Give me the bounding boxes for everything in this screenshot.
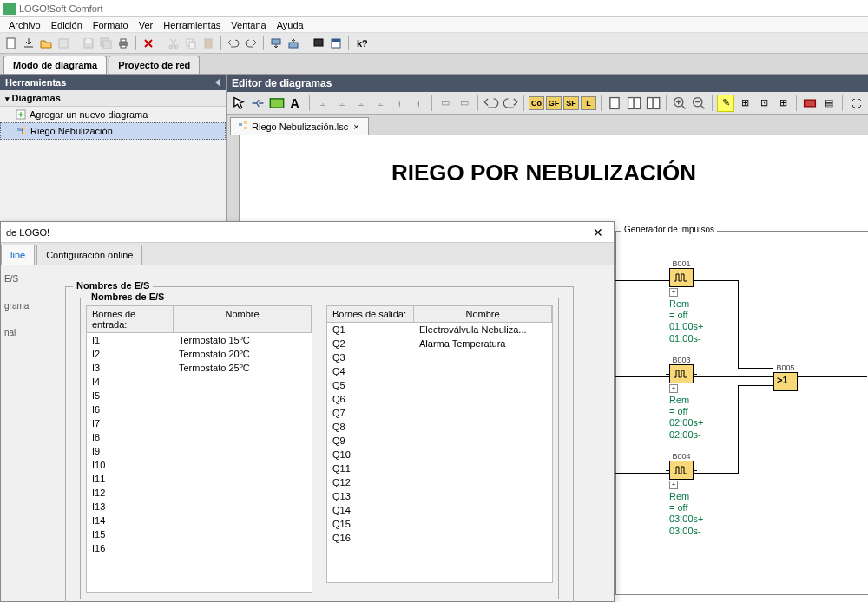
cell-name[interactable]: [174, 486, 312, 500]
table-row[interactable]: I8: [87, 430, 312, 444]
menu-archivo[interactable]: Archivo: [3, 18, 46, 32]
tree-item[interactable]: nal: [1, 319, 36, 346]
file-tab[interactable]: Riego Nebulización.lsc ×: [230, 117, 369, 135]
add-new-diagram[interactable]: Agregar un nuevo diagrama: [0, 107, 226, 122]
page-split-h-icon[interactable]: [644, 95, 661, 112]
cell-name[interactable]: [414, 392, 552, 406]
align-right-icon[interactable]: ⫠: [333, 95, 351, 112]
outputs-body[interactable]: Q1Electroválvula Nebuliza...Q2Alarma Tem…: [326, 323, 553, 583]
cell-name[interactable]: [174, 389, 312, 402]
grid-icon[interactable]: ⊞: [736, 95, 753, 112]
pointer-icon[interactable]: [230, 95, 247, 112]
table-row[interactable]: I9: [87, 444, 312, 458]
cell-name[interactable]: Alarma Temperatura: [414, 337, 552, 350]
tab-diagram-mode[interactable]: Modo de diagrama: [3, 56, 107, 74]
transfer-down-icon[interactable]: [268, 36, 284, 51]
const-co-button[interactable]: Co: [529, 96, 544, 110]
table-row[interactable]: I16: [87, 541, 312, 555]
block-b001[interactable]: B001 + Rem = off 01:00s+ 01:00s-: [669, 259, 694, 344]
grid2-icon[interactable]: ⊞: [774, 95, 792, 112]
cell-name[interactable]: [174, 514, 312, 527]
cell-name[interactable]: [414, 489, 552, 503]
collapse-icon[interactable]: [215, 78, 220, 87]
connect-icon[interactable]: [249, 95, 266, 112]
dist-h-icon[interactable]: ⫞: [391, 95, 408, 112]
cell-name[interactable]: [414, 420, 552, 434]
cell-name[interactable]: [414, 448, 552, 461]
table-row[interactable]: Q14: [327, 503, 552, 517]
block-b004[interactable]: B004 + Rem = off 03:00s+ 03:00s-: [669, 452, 694, 537]
window-icon[interactable]: [328, 36, 344, 51]
align-bottom-icon[interactable]: ⫠: [372, 95, 389, 112]
cell-name[interactable]: [174, 402, 312, 416]
dialog-close-icon[interactable]: ✕: [588, 226, 608, 239]
table-row[interactable]: Q7: [327, 406, 552, 420]
table-row[interactable]: I12: [87, 486, 312, 500]
diagrams-section[interactable]: Diagramas: [0, 90, 226, 107]
highlight-icon[interactable]: ✎: [717, 95, 734, 112]
cell-name[interactable]: [414, 378, 552, 392]
table-row[interactable]: Q9: [327, 434, 552, 448]
tab-network-project[interactable]: Proyecto de red: [108, 56, 200, 74]
cell-name[interactable]: [414, 503, 552, 517]
print-icon[interactable]: [115, 36, 131, 51]
block-b005[interactable]: B005 >1: [773, 363, 798, 391]
align-left-icon[interactable]: ⫠: [314, 95, 332, 112]
tree-item[interactable]: grama: [1, 292, 36, 319]
cell-name[interactable]: [174, 444, 312, 458]
menu-herramientas[interactable]: Herramientas: [158, 18, 226, 32]
group-icon[interactable]: ▭: [437, 95, 454, 112]
table-row[interactable]: I15: [87, 527, 312, 541]
saveall-icon[interactable]: [98, 36, 114, 51]
screen-icon[interactable]: [311, 36, 326, 51]
cell-name[interactable]: [174, 375, 312, 389]
expand-icon[interactable]: +: [669, 384, 678, 393]
text-frame-icon[interactable]: [268, 95, 286, 112]
menu-ver[interactable]: Ver: [134, 18, 159, 32]
copy-icon[interactable]: [183, 36, 199, 51]
cell-name[interactable]: Termostato 15ºC: [174, 333, 312, 347]
table-row[interactable]: Q10: [327, 448, 552, 461]
undo-icon[interactable]: [483, 95, 500, 112]
diagram-item-current[interactable]: Riego Nebulización: [0, 122, 226, 140]
table-row[interactable]: I6: [87, 402, 312, 416]
cell-name[interactable]: [174, 527, 312, 541]
download-icon[interactable]: [21, 36, 36, 51]
const-sf-button[interactable]: SF: [563, 96, 579, 110]
cell-name[interactable]: [174, 430, 312, 444]
table-row[interactable]: Q12: [327, 475, 552, 489]
table-row[interactable]: Q1Electroválvula Nebuliza...: [327, 323, 552, 337]
expand-icon[interactable]: +: [669, 288, 678, 297]
sim-icon[interactable]: [801, 95, 819, 112]
cell-name[interactable]: [414, 531, 552, 545]
open-icon[interactable]: [38, 36, 54, 51]
expand-icon[interactable]: ⛶: [847, 95, 865, 112]
paste-icon[interactable]: [201, 36, 216, 51]
page-single-icon[interactable]: [606, 95, 623, 112]
align-top-icon[interactable]: ⫠: [352, 95, 370, 112]
cell-name[interactable]: [414, 517, 552, 531]
tree-item[interactable]: E/S: [1, 265, 36, 292]
close-icon[interactable]: [56, 36, 71, 51]
cell-name[interactable]: Termostato 25ºC: [174, 361, 312, 375]
text-icon[interactable]: A: [287, 95, 305, 112]
table-row[interactable]: Q2Alarma Temperatura: [327, 337, 552, 350]
online-icon[interactable]: ▤: [820, 95, 838, 112]
cell-name[interactable]: [414, 434, 552, 448]
file-tab-close-icon[interactable]: ×: [352, 121, 360, 132]
block-b003[interactable]: B003 + Rem = off 02:00s+ 02:00s-: [669, 356, 694, 441]
cell-name[interactable]: [414, 406, 552, 420]
table-row[interactable]: I13: [87, 500, 312, 514]
table-row[interactable]: I5: [87, 389, 312, 402]
table-row[interactable]: I10: [87, 458, 312, 472]
table-row[interactable]: Q3: [327, 350, 552, 364]
redo-icon[interactable]: [243, 36, 259, 51]
menu-ayuda[interactable]: Ayuda: [272, 18, 309, 32]
dialog-titlebar[interactable]: de LOGO! ✕: [1, 222, 614, 243]
table-row[interactable]: I1Termostato 15ºC: [87, 333, 312, 347]
delete-icon[interactable]: [141, 36, 156, 51]
transfer-up-icon[interactable]: [286, 36, 301, 51]
table-row[interactable]: Q6: [327, 392, 552, 406]
cell-name[interactable]: Termostato 20ºC: [174, 347, 312, 361]
menu-formato[interactable]: Formato: [88, 18, 134, 32]
